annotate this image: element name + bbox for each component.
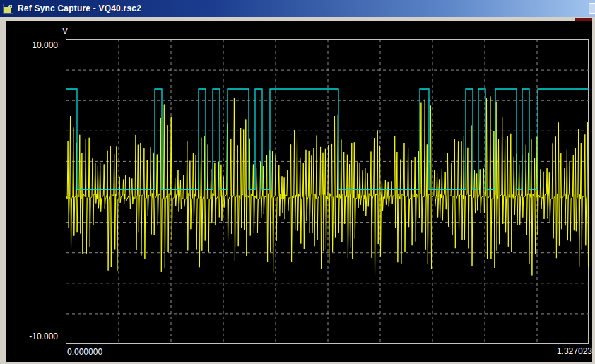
y-axis-unit-label: V	[62, 26, 68, 36]
title-bar[interactable]: Ref Sync Capture - VQ40.rsc2	[0, 0, 595, 17]
waveform-canvas	[66, 40, 589, 344]
y-axis-max-label: 10.000	[21, 40, 58, 50]
app-window: Ref Sync Capture - VQ40.rsc2 V 10.000 -1…	[0, 0, 595, 364]
x-axis-start-label: 0.000000	[67, 347, 102, 357]
window-title: Ref Sync Capture - VQ40.rsc2	[18, 4, 141, 13]
capture-display-panel: V 10.000 -10.000 0.000000 1.327023	[6, 21, 592, 362]
y-axis-min-label: -10.000	[18, 331, 58, 341]
waveform-plot	[66, 39, 589, 344]
x-axis-end-label: 1.327023	[520, 346, 592, 356]
close-button[interactable]	[589, 3, 595, 14]
app-icon	[3, 4, 13, 14]
